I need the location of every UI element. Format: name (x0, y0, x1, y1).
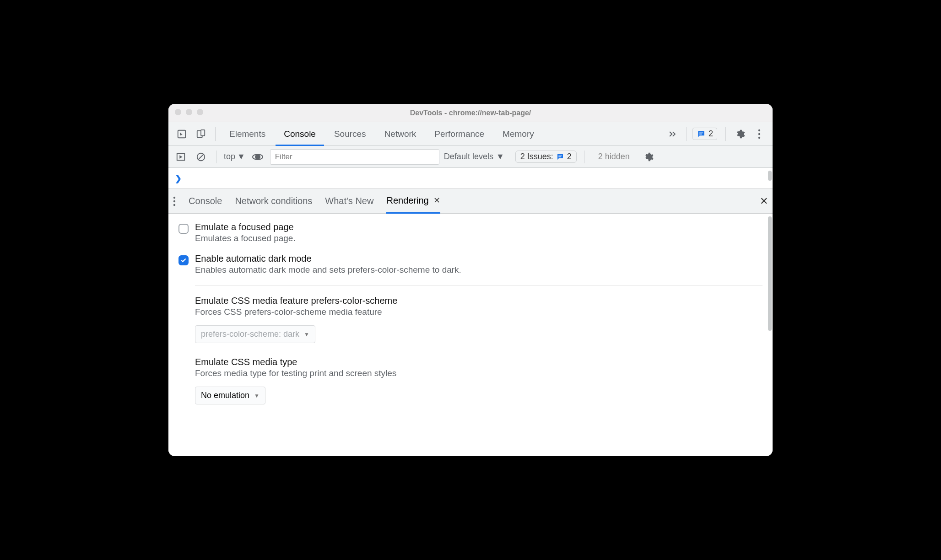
select-value: No emulation (201, 391, 249, 400)
separator (216, 151, 216, 163)
console-filter-input[interactable] (270, 149, 439, 165)
checkbox-emulate-focused[interactable] (178, 224, 189, 234)
option-title: Enable automatic dark mode (195, 253, 461, 264)
svg-line-10 (199, 154, 204, 159)
option-desc: Emulates a focused page. (195, 233, 296, 243)
hidden-messages-label[interactable]: 2 hidden (598, 152, 630, 162)
option-emulate-focused-page: Emulate a focused page Emulates a focuse… (178, 222, 763, 243)
settings-icon[interactable] (731, 125, 749, 143)
svg-point-6 (758, 133, 760, 135)
caret-icon: ▼ (304, 331, 309, 338)
section-desc: Forces CSS prefers-color-scheme media fe… (195, 307, 763, 317)
drawer-tab-rendering[interactable]: Rendering ✕ (386, 189, 440, 214)
levels-label: Default levels (444, 152, 493, 162)
scrollbar-thumb[interactable] (768, 171, 772, 181)
window-title: DevTools - chrome://new-tab-page/ (410, 109, 531, 117)
caret-icon: ▼ (237, 152, 245, 162)
select-media-type[interactable]: No emulation ▼ (195, 387, 265, 404)
console-prompt-icon: ❯ (175, 173, 182, 183)
close-drawer-icon[interactable]: ✕ (760, 195, 768, 207)
svg-point-15 (173, 196, 175, 198)
separator (687, 127, 687, 141)
tab-elements[interactable]: Elements (221, 122, 274, 146)
close-tab-icon[interactable]: ✕ (433, 195, 440, 205)
drawer-more-icon[interactable] (173, 196, 176, 206)
separator (215, 127, 216, 141)
section-media-type: Emulate CSS media type Forces media type… (195, 357, 763, 418)
separator (584, 151, 584, 163)
device-mode-icon[interactable] (192, 125, 210, 143)
section-title: Emulate CSS media type (195, 357, 763, 367)
svg-rect-3 (699, 132, 703, 133)
svg-rect-2 (201, 129, 205, 135)
main-tabstrip: Elements Console Sources Network Perform… (168, 122, 773, 146)
console-input-area[interactable]: ❯ (168, 168, 773, 189)
issues-count: 2 (567, 152, 572, 162)
tab-sources[interactable]: Sources (326, 122, 374, 146)
select-value: prefers-color-scheme: dark (201, 329, 299, 339)
traffic-minimize[interactable] (186, 109, 192, 115)
more-menu-icon[interactable] (751, 125, 768, 143)
rendering-panel: Emulate a focused page Emulates a focuse… (168, 214, 773, 456)
toggle-sidebar-icon[interactable] (173, 149, 189, 165)
tab-performance[interactable]: Performance (426, 122, 492, 146)
svg-rect-14 (558, 156, 561, 157)
separator (725, 127, 726, 141)
devtools-window: DevTools - chrome://new-tab-page/ Elemen… (168, 104, 773, 456)
select-prefers-color-scheme[interactable]: prefers-color-scheme: dark ▼ (195, 325, 315, 343)
tab-console[interactable]: Console (276, 122, 324, 146)
option-enable-auto-dark-mode: Enable automatic dark mode Enables autom… (178, 253, 763, 275)
svg-point-7 (758, 136, 760, 138)
overflow-tabs-icon[interactable] (664, 125, 681, 143)
traffic-zoom[interactable] (197, 109, 203, 115)
context-label: top (224, 152, 235, 162)
console-toolbar: top ▼ Default levels ▼ 2 Issues: 2 2 hid… (168, 146, 773, 168)
caret-icon: ▼ (496, 152, 504, 162)
context-selector[interactable]: top ▼ (224, 152, 245, 162)
clear-console-icon[interactable] (193, 149, 209, 165)
option-title: Emulate a focused page (195, 222, 296, 232)
drawer-tabstrip: Console Network conditions What's New Re… (168, 189, 773, 214)
divider (195, 285, 763, 285)
drawer-tab-whats-new[interactable]: What's New (325, 189, 373, 214)
tab-network[interactable]: Network (376, 122, 425, 146)
messages-count: 2 (708, 129, 713, 139)
svg-point-16 (173, 200, 175, 202)
section-desc: Forces media type for testing print and … (195, 368, 763, 378)
inspect-element-icon[interactable] (173, 125, 190, 143)
live-expression-icon[interactable] (250, 149, 265, 165)
log-levels-selector[interactable]: Default levels ▼ (444, 152, 504, 162)
traffic-close[interactable] (175, 109, 181, 115)
section-prefers-color-scheme: Emulate CSS media feature prefers-color-… (195, 296, 763, 357)
section-title: Emulate CSS media feature prefers-color-… (195, 296, 763, 306)
svg-rect-4 (699, 134, 702, 135)
svg-point-17 (173, 204, 175, 205)
caret-icon: ▼ (254, 393, 260, 399)
traffic-lights (175, 109, 203, 115)
issues-badge[interactable]: 2 Issues: 2 (515, 151, 577, 163)
titlebar: DevTools - chrome://new-tab-page/ (168, 104, 773, 122)
tab-memory[interactable]: Memory (494, 122, 542, 146)
console-settings-icon[interactable] (641, 149, 656, 165)
checkbox-auto-dark-mode[interactable] (178, 255, 189, 265)
messages-badge[interactable]: 2 (692, 128, 717, 140)
svg-point-11 (255, 154, 260, 160)
drawer-tab-rendering-label: Rendering (386, 195, 428, 206)
option-desc: Enables automatic dark mode and sets pre… (195, 265, 461, 275)
svg-rect-13 (558, 156, 562, 156)
issues-label: 2 Issues: (520, 152, 553, 162)
svg-point-5 (758, 129, 760, 131)
drawer-tab-console[interactable]: Console (189, 189, 222, 214)
scrollbar-thumb[interactable] (768, 216, 772, 331)
drawer-tab-network-conditions[interactable]: Network conditions (235, 189, 312, 214)
